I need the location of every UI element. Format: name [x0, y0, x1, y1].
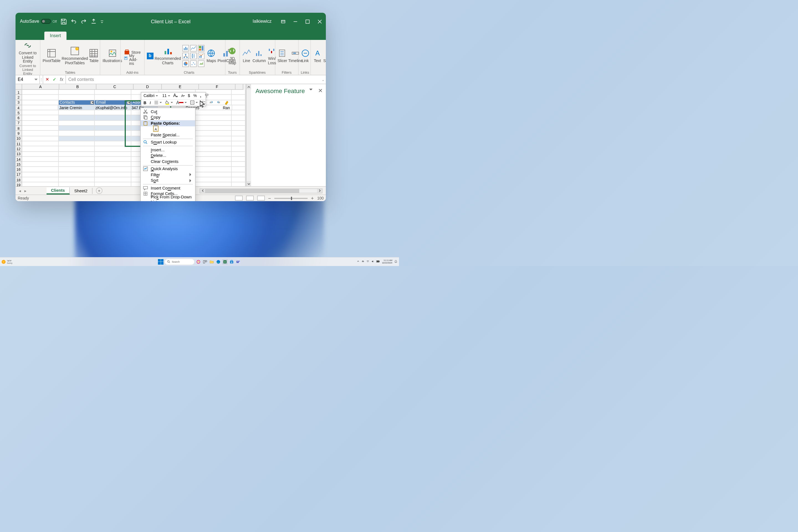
cell[interactable] [95, 147, 131, 152]
cell[interactable]: zKuphal@Orn.info [94, 105, 130, 111]
cell[interactable] [195, 157, 232, 162]
row-header[interactable]: 17 [16, 172, 22, 177]
slicer-button[interactable]: Slicer [277, 49, 287, 63]
cell[interactable] [95, 162, 131, 167]
task-pane-menu-icon[interactable] [309, 89, 312, 92]
col-header-g[interactable] [235, 84, 243, 90]
recommended-pivottables-button[interactable]: ?Recommended PivotTables [63, 46, 87, 65]
cm-insert[interactable]: Insert... [141, 147, 195, 153]
cell[interactable]: Janie Cremin [58, 105, 94, 111]
hscroll-thumb[interactable] [205, 189, 299, 193]
hscroll-right-icon[interactable] [317, 189, 322, 193]
cell[interactable] [58, 110, 95, 116]
cell[interactable] [232, 110, 246, 116]
cm-quick-analysis[interactable]: Quick Analysis [141, 166, 195, 172]
cell[interactable] [22, 131, 58, 136]
row-header[interactable]: 18 [16, 177, 22, 183]
normal-view-icon[interactable] [235, 196, 243, 201]
my-addins-button[interactable]: My Add-ins [123, 56, 141, 63]
cell[interactable] [95, 172, 131, 177]
cell[interactable] [232, 116, 246, 121]
touch-mode-icon[interactable] [90, 18, 97, 25]
taskbar-search[interactable]: Search [165, 259, 194, 265]
cell[interactable] [95, 95, 131, 100]
cell[interactable] [232, 131, 246, 136]
table-button[interactable]: Table [89, 49, 98, 63]
text-button[interactable]: AText [313, 49, 322, 63]
cell[interactable] [95, 121, 131, 126]
row-header[interactable]: 7 [16, 121, 22, 126]
cell[interactable] [232, 126, 246, 131]
cell[interactable]: Contacts [58, 100, 95, 105]
cell[interactable] [22, 183, 58, 186]
horizontal-scrollbar[interactable] [200, 188, 323, 193]
select-all-corner[interactable] [16, 84, 22, 90]
symbols-button[interactable]: ΩSymbols [324, 49, 326, 63]
pie-chart-icon[interactable] [182, 60, 189, 67]
row-header[interactable]: 12 [16, 147, 22, 152]
cell[interactable] [58, 162, 95, 167]
surface-chart-icon[interactable] [197, 60, 204, 67]
row-header[interactable]: 6 [16, 116, 22, 121]
fill-color-icon[interactable] [164, 99, 174, 106]
cell[interactable] [95, 157, 131, 162]
cell[interactable] [195, 162, 232, 167]
mini-font-name[interactable]: Calibri [142, 92, 159, 99]
format-painter-small-icon[interactable] [224, 99, 230, 106]
format-painter-icon[interactable] [203, 92, 210, 99]
accounting-format-icon[interactable]: $ [187, 92, 191, 99]
cell[interactable] [195, 110, 232, 116]
zoom-in-icon[interactable]: + [311, 195, 314, 201]
sheet-tab-clients[interactable]: Clients [46, 187, 70, 194]
name-box-expand-icon[interactable]: ⋮ [40, 75, 43, 84]
col-header-b[interactable]: B [59, 84, 96, 90]
task-copilot-icon[interactable] [196, 259, 201, 265]
percent-format-icon[interactable]: % [192, 92, 198, 99]
cell[interactable] [22, 157, 58, 162]
filter-dropdown-icon[interactable] [90, 100, 94, 104]
link-button[interactable]: Link [301, 49, 309, 63]
tray-chevron-icon[interactable] [357, 260, 359, 263]
3d-map-button[interactable]: 3D Map [227, 46, 237, 65]
row-header[interactable]: 10 [16, 136, 22, 141]
row-header[interactable]: 3 [16, 100, 22, 105]
row-header[interactable]: 1 [16, 90, 22, 95]
cell[interactable] [95, 183, 131, 186]
formula-input[interactable]: Cell contents [66, 77, 320, 82]
cell[interactable] [95, 131, 131, 136]
illustrations-button[interactable]: Illustrations [102, 49, 122, 63]
mini-font-size[interactable]: 11 [161, 92, 171, 99]
cell[interactable] [58, 131, 95, 136]
cell[interactable] [58, 141, 95, 147]
cell[interactable] [22, 100, 58, 105]
cell[interactable] [22, 141, 58, 147]
shrink-font-icon[interactable]: A▾ [180, 92, 186, 99]
col-header-d[interactable]: D [134, 84, 162, 90]
store-taskbar-icon[interactable] [229, 259, 234, 265]
excel-taskbar-icon[interactable]: X [222, 259, 228, 265]
cell[interactable] [195, 121, 232, 126]
pivottable-button[interactable]: PivotTable [43, 49, 60, 63]
cell[interactable] [232, 152, 246, 157]
minimize-button[interactable] [289, 13, 302, 30]
page-layout-view-icon[interactable] [246, 196, 254, 201]
scatter-chart-icon[interactable] [190, 60, 196, 67]
cell[interactable] [195, 126, 232, 131]
cell[interactable] [195, 136, 232, 141]
cell[interactable] [58, 147, 95, 152]
cell[interactable] [95, 136, 131, 141]
sheet-prev-icon[interactable]: ◂ [19, 188, 21, 193]
cell[interactable] [195, 183, 232, 186]
cm-clear-contents[interactable]: Clear Contents [141, 158, 195, 164]
cell[interactable] [232, 172, 246, 177]
row-header[interactable]: 16 [16, 167, 22, 172]
cell[interactable] [232, 167, 246, 172]
cell[interactable] [95, 152, 131, 157]
row-header[interactable]: 11 [16, 141, 22, 147]
sheet-tab-sheet2[interactable]: Sheet2 [70, 188, 93, 194]
font-color-icon[interactable]: A [175, 99, 188, 106]
cell[interactable] [58, 136, 95, 141]
cm-paste-special[interactable]: Paste Special... [141, 132, 195, 138]
cell[interactable] [58, 157, 95, 162]
user-name[interactable]: Ialkiewicz [253, 19, 271, 24]
